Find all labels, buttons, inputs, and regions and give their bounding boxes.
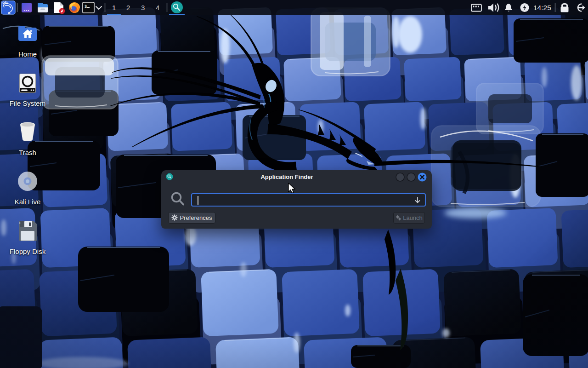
svg-text:1: 1 bbox=[112, 4, 116, 12]
svg-text:3: 3 bbox=[141, 4, 145, 12]
svg-text:$: $ bbox=[85, 5, 87, 9]
svg-text:2: 2 bbox=[126, 4, 130, 12]
svg-text:14:25: 14:25 bbox=[533, 4, 551, 12]
svg-text:4: 4 bbox=[156, 4, 159, 12]
